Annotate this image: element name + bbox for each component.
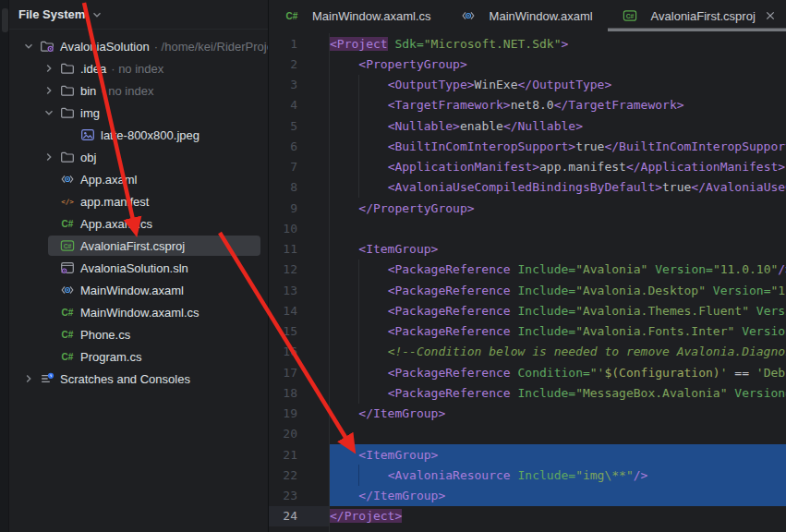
tool-window-stripe-icon[interactable] xyxy=(2,8,8,32)
csharp-icon: C# xyxy=(59,305,75,320)
code-line-19[interactable]: 19 </ItemGroup> xyxy=(269,404,786,424)
chevron-spacer xyxy=(39,172,59,187)
code-line-1[interactable]: 1<Project Sdk="Microsoft.NET.Sdk"> xyxy=(269,33,786,54)
code-line-content[interactable]: <Nullable>enable</Nullable> xyxy=(330,115,786,136)
tree-item-avaloniafirst-csproj[interactable]: C#AvaloniaFirst.csproj xyxy=(9,235,268,257)
code-line-content[interactable]: <PackageReference Include="Avalonia.Desk… xyxy=(330,280,786,300)
tree-item-mainwindow-axaml-cs[interactable]: C#MainWindow.axaml.cs xyxy=(9,301,268,323)
code-line-content[interactable]: <TargetFramework>net8.0</TargetFramework… xyxy=(330,95,786,115)
tree-item-app-axaml-cs[interactable]: C#App.axaml.cs xyxy=(9,212,268,235)
code-line-10[interactable]: 10 xyxy=(269,218,786,238)
line-number: 21 xyxy=(269,444,330,465)
code-line-content[interactable] xyxy=(330,218,786,238)
tree-item-bin[interactable]: bin· no index xyxy=(9,79,268,102)
code-line-content[interactable]: <PackageReference Condition="'$(Configur… xyxy=(330,362,786,382)
tree-item-suffix: · no index xyxy=(111,62,163,76)
chevron-down-icon[interactable] xyxy=(39,105,59,120)
code-line-25[interactable]: 25 xyxy=(269,526,786,532)
chevron-right-icon[interactable] xyxy=(18,371,39,386)
code-line-content[interactable]: <!--Condition below is needed to remove … xyxy=(330,342,786,362)
code-line-content[interactable]: <PackageReference Include="Avalonia.Them… xyxy=(330,300,786,320)
code-line-17[interactable]: 17 <PackageReference Condition="'$(Confi… xyxy=(269,362,786,382)
code-line-20[interactable]: 20 xyxy=(269,424,786,444)
csproj-icon: C# xyxy=(623,8,638,23)
code-line-content[interactable]: </PropertyGroup> xyxy=(330,198,786,218)
code-line-7[interactable]: 7 <ApplicationManifest>app.manifest</App… xyxy=(269,157,786,177)
code-line-24[interactable]: 24</Project> xyxy=(269,506,786,526)
editor-tab-mainwindow-axaml-cs[interactable]: C#MainWindow.axaml.cs xyxy=(269,0,446,31)
tree-item-avaloniasolution-sln[interactable]: AvaloniaSolution.sln xyxy=(9,257,268,279)
code-line-content[interactable]: <ItemGroup> xyxy=(330,444,786,465)
editor-tab-avaloniafirst-csproj[interactable]: C#AvaloniaFirst.csproj xyxy=(608,0,786,31)
chevron-right-icon[interactable] xyxy=(39,83,59,98)
close-icon[interactable] xyxy=(763,8,778,23)
chevron-spacer xyxy=(39,238,59,253)
code-line-content[interactable]: <PackageReference Include="Avalonia.Font… xyxy=(330,321,786,342)
code-line-content[interactable] xyxy=(330,424,786,444)
code-line-14[interactable]: 14 <PackageReference Include="Avalonia.T… xyxy=(269,300,786,320)
tree-item-avaloniasolution[interactable]: AvaloniaSolution· /home/kei/RiderProject… xyxy=(9,35,268,57)
code-line-23[interactable]: 23 </ItemGroup> xyxy=(269,486,786,506)
line-number: 9 xyxy=(269,198,330,218)
tree-item-obj[interactable]: obj xyxy=(9,146,268,168)
tree-item-latte-800x800-jpeg[interactable]: latte-800x800.jpeg xyxy=(9,124,268,146)
code-area[interactable]: 1<Project Sdk="Microsoft.NET.Sdk">2 <Pro… xyxy=(269,31,786,532)
svg-text:C#: C# xyxy=(626,13,635,19)
tree-item-mainwindow-axaml[interactable]: MainWindow.axaml xyxy=(9,279,268,301)
code-line-content[interactable]: <PackageReference Include="MessageBox.Av… xyxy=(330,382,786,403)
code-line-6[interactable]: 6 <BuiltInComInteropSupport>true</BuiltI… xyxy=(269,136,786,156)
chevron-right-icon[interactable] xyxy=(39,150,59,164)
code-line-13[interactable]: 13 <PackageReference Include="Avalonia.D… xyxy=(269,280,786,300)
code-line-3[interactable]: 3 <OutputType>WinExe</OutputType> xyxy=(269,75,786,95)
code-line-content[interactable] xyxy=(330,526,786,532)
tree-item-img[interactable]: img xyxy=(9,102,268,124)
tree-item-program-cs[interactable]: C#Program.cs xyxy=(9,345,268,368)
code-line-content[interactable]: <ItemGroup> xyxy=(330,239,786,260)
code-line-4[interactable]: 4 <TargetFramework>net8.0</TargetFramewo… xyxy=(269,95,786,115)
chevron-spacer xyxy=(39,327,59,342)
code-line-content[interactable]: <ApplicationManifest>app.manifest</Appli… xyxy=(330,157,786,177)
code-line-5[interactable]: 5 <Nullable>enable</Nullable> xyxy=(269,115,786,136)
code-line-15[interactable]: 15 <PackageReference Include="Avalonia.F… xyxy=(269,321,786,342)
code-line-11[interactable]: 11 <ItemGroup> xyxy=(269,239,786,260)
code-line-content[interactable]: <BuiltInComInteropSupport>true</BuiltInC… xyxy=(330,136,786,156)
tree-item-label: app.manifest xyxy=(80,195,149,209)
tree-item-label: AvaloniaFirst.csproj xyxy=(80,239,185,253)
code-line-2[interactable]: 2 <PropertyGroup> xyxy=(269,54,786,74)
image-icon xyxy=(79,127,95,142)
chevron-down-icon[interactable] xyxy=(18,39,39,54)
code-line-content[interactable]: <PackageReference Include="Avalonia" Ver… xyxy=(330,260,786,280)
chevron-right-icon[interactable] xyxy=(39,61,59,76)
editor-tab-mainwindow-axaml[interactable]: MainWindow.axaml xyxy=(446,0,608,31)
code-line-content[interactable]: </ItemGroup> xyxy=(330,486,786,506)
code-line-16[interactable]: 16 <!--Condition below is needed to remo… xyxy=(269,342,786,362)
chevron-down-icon[interactable] xyxy=(90,7,104,22)
line-number: 24 xyxy=(269,506,330,526)
code-line-content[interactable]: </ItemGroup> xyxy=(330,404,786,424)
code-line-8[interactable]: 8 <AvaloniaUseCompiledBindingsByDefault>… xyxy=(269,177,786,198)
code-line-content[interactable]: <PropertyGroup> xyxy=(330,54,786,74)
tree-item-phone-cs[interactable]: C#Phone.cs xyxy=(9,323,268,345)
sidebar-header[interactable]: File System xyxy=(9,0,268,30)
code-line-12[interactable]: 12 <PackageReference Include="Avalonia" … xyxy=(269,260,786,280)
code-line-content[interactable]: <AvaloniaUseCompiledBindingsByDefault>tr… xyxy=(330,177,786,198)
code-line-content[interactable]: <OutputType>WinExe</OutputType> xyxy=(330,75,786,95)
code-line-content[interactable]: </Project> xyxy=(330,506,786,526)
code-line-18[interactable]: 18 <PackageReference Include="MessageBox… xyxy=(269,382,786,403)
code-line-21[interactable]: 21 <ItemGroup> xyxy=(269,444,786,465)
folder-icon xyxy=(59,83,75,98)
tree-item-app-axaml[interactable]: App.axaml xyxy=(9,168,268,190)
code-line-22[interactable]: 22 <AvaloniaResource Include="img\**"/> xyxy=(269,465,786,485)
line-number: 1 xyxy=(269,33,330,54)
scratches-icon xyxy=(39,371,54,386)
tool-window-title: File System xyxy=(18,7,85,21)
tree-item-app-manifest[interactable]: </>app.manifest xyxy=(9,190,268,212)
tree-item-scratches-and-consoles[interactable]: Scratches and Consoles xyxy=(9,368,268,390)
tree-item-label: latte-800x800.jpeg xyxy=(101,128,200,142)
line-number: 3 xyxy=(269,75,330,95)
code-line-9[interactable]: 9 </PropertyGroup> xyxy=(269,198,786,218)
svg-text:C#: C# xyxy=(61,330,73,340)
code-line-content[interactable]: <AvaloniaResource Include="img\**"/> xyxy=(330,465,786,485)
code-line-content[interactable]: <Project Sdk="Microsoft.NET.Sdk"> xyxy=(330,33,786,54)
tree-item-idea[interactable]: .idea· no index xyxy=(9,57,268,79)
